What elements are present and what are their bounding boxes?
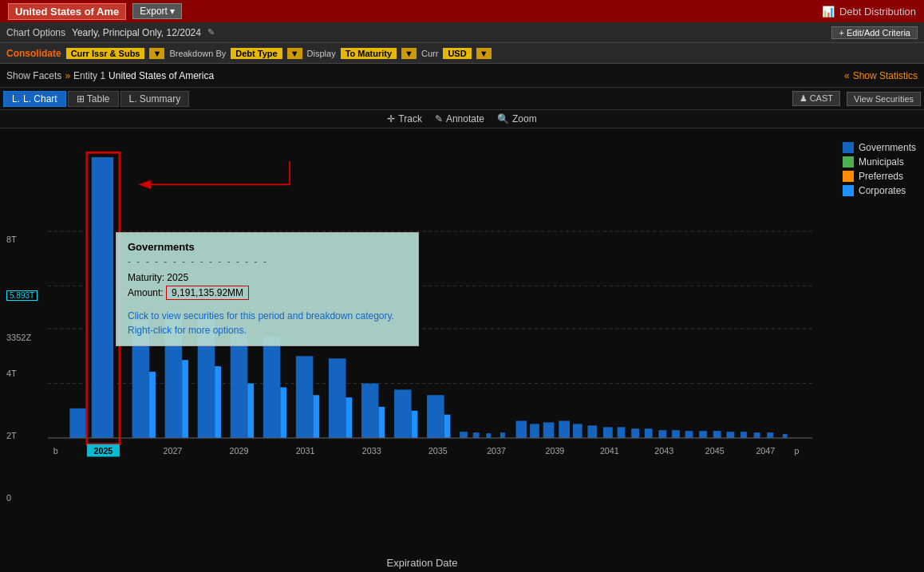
bar-2048[interactable] bbox=[631, 428, 639, 438]
bar-2040[interactable] bbox=[516, 421, 527, 439]
bar-2046[interactable] bbox=[603, 427, 613, 438]
y-label-3352z: 3352Z bbox=[6, 333, 31, 342]
display-dropdown-arrow[interactable]: ▼ bbox=[401, 48, 417, 59]
bar-2024[interactable] bbox=[69, 408, 87, 438]
bar-2029-corp[interactable] bbox=[247, 384, 254, 438]
bar-2031-gov[interactable] bbox=[296, 356, 314, 438]
bar-2035-corp[interactable] bbox=[444, 415, 451, 438]
facets-bar: Show Facets » Entity 1 United States of … bbox=[0, 64, 924, 88]
bar-2027-gov[interactable] bbox=[165, 312, 183, 438]
consolidate-bar: Consolidate Curr Issr & Subs ▼ Breakdown… bbox=[0, 43, 924, 64]
svg-text:2039: 2039 bbox=[545, 446, 564, 456]
bar-2026-gov[interactable] bbox=[132, 319, 150, 438]
svg-text:2043: 2043 bbox=[654, 446, 673, 456]
bar-2034-gov[interactable] bbox=[394, 389, 412, 438]
y-label-5893t: 5.893T bbox=[6, 290, 38, 300]
summary-tab-label: L. Summary bbox=[129, 93, 181, 105]
bar-2029-gov[interactable] bbox=[231, 335, 248, 438]
bar-2036[interactable] bbox=[460, 432, 468, 438]
svg-text:2047: 2047 bbox=[756, 446, 775, 456]
bar-2050[interactable] bbox=[658, 430, 666, 438]
bar-2032-gov[interactable] bbox=[329, 358, 346, 438]
y-label-0: 0 bbox=[6, 493, 11, 503]
bar-2051[interactable] bbox=[672, 430, 680, 438]
cast-button[interactable]: ♟ CAST bbox=[792, 91, 840, 106]
show-facets-label[interactable]: Show Facets bbox=[6, 70, 61, 81]
svg-text:2035: 2035 bbox=[428, 446, 448, 456]
annotate-button[interactable]: ✎ Annotate bbox=[435, 113, 484, 124]
bar-2037[interactable] bbox=[473, 432, 480, 438]
chart-tab-icon: L. bbox=[12, 93, 20, 105]
display-value[interactable]: To Maturity bbox=[341, 48, 397, 59]
breakdown-value[interactable]: Debt Type bbox=[231, 48, 282, 59]
bar-2033-corp[interactable] bbox=[378, 407, 385, 438]
tab-chart[interactable]: L. L. Chart bbox=[3, 91, 66, 107]
bar-2035-gov[interactable] bbox=[427, 395, 444, 438]
bar-2028-gov[interactable] bbox=[198, 318, 215, 439]
chart-svg: b 2026 2027 2029 2031 2033 2035 2037 203… bbox=[48, 128, 812, 506]
bar-2053[interactable] bbox=[699, 431, 707, 438]
bar-2045[interactable] bbox=[587, 425, 597, 438]
svg-text:2037: 2037 bbox=[487, 446, 506, 456]
bar-2034-corp[interactable] bbox=[412, 411, 418, 438]
bar-2055[interactable] bbox=[726, 432, 734, 438]
svg-text:2033: 2033 bbox=[362, 446, 381, 456]
bar-2052[interactable] bbox=[685, 431, 693, 438]
title-bar-right: 📊 Debt Distribution bbox=[822, 6, 916, 18]
title-bar-left: United States of Ame Export ▾ bbox=[8, 3, 182, 20]
export-button[interactable]: Export ▾ bbox=[132, 3, 182, 19]
bar-2057[interactable] bbox=[754, 432, 760, 438]
bar-2033-gov[interactable] bbox=[361, 384, 379, 438]
title-bar: United States of Ame Export ▾ 📊 Debt Dis… bbox=[0, 0, 924, 22]
track-button[interactable]: ✛ Track bbox=[387, 113, 422, 124]
chart-tab-label: L. Chart bbox=[23, 93, 57, 105]
bar-2054[interactable] bbox=[713, 431, 721, 438]
show-statistics-button[interactable]: « Show Statistics bbox=[844, 70, 918, 81]
bar-2030-gov[interactable] bbox=[263, 337, 281, 438]
bar-2038[interactable] bbox=[486, 433, 491, 438]
zoom-button[interactable]: 🔍 Zoom bbox=[497, 113, 537, 124]
entity-label[interactable]: United States of Ame bbox=[8, 3, 126, 20]
bar-2058[interactable] bbox=[767, 432, 773, 438]
window-title: Debt Distribution bbox=[839, 6, 916, 18]
curr-value[interactable]: USD bbox=[443, 48, 471, 59]
curr-dropdown-arrow[interactable]: ▼ bbox=[476, 48, 492, 59]
entity-name: United States of America bbox=[109, 70, 214, 81]
tabs-bar: L. L. Chart ⊞ Table L. Summary ♟ CAST Vi… bbox=[0, 88, 924, 110]
bar-2049[interactable] bbox=[645, 428, 653, 438]
tab-table[interactable]: ⊞ Table bbox=[68, 91, 119, 107]
bar-last[interactable] bbox=[783, 434, 788, 438]
annotate-label: Annotate bbox=[446, 113, 484, 124]
y-label-2t: 2T bbox=[6, 431, 17, 440]
bar-2031-corp[interactable] bbox=[313, 395, 319, 438]
bar-2047[interactable] bbox=[618, 427, 626, 438]
breakdown-dropdown-arrow[interactable]: ▼ bbox=[287, 48, 302, 59]
tab-right-actions: ♟ CAST View Securities bbox=[792, 91, 921, 106]
bar-2056[interactable] bbox=[740, 432, 747, 438]
y-label-4t: 4T bbox=[6, 369, 17, 378]
bar-2032-corp[interactable] bbox=[346, 397, 352, 438]
bar-2039[interactable] bbox=[500, 432, 505, 438]
bar-2025-gov[interactable] bbox=[92, 157, 113, 438]
bar-2028-corp[interactable] bbox=[215, 366, 221, 438]
bar-2027-corp[interactable] bbox=[182, 360, 188, 438]
table-tab-label: ⊞ Table bbox=[77, 93, 110, 105]
options-bar: Chart Options Yearly, Principal Only, 12… bbox=[0, 22, 924, 43]
bar-2044[interactable] bbox=[573, 424, 582, 438]
bar-2042[interactable] bbox=[543, 422, 555, 438]
bar-2041[interactable] bbox=[530, 424, 539, 438]
svg-text:p: p bbox=[794, 446, 799, 456]
view-securities-button[interactable]: View Securities bbox=[847, 92, 921, 106]
bar-2030-corp[interactable] bbox=[280, 387, 286, 438]
tab-summary[interactable]: L. Summary bbox=[120, 91, 190, 107]
consolidate-label: Consolidate bbox=[6, 48, 61, 59]
svg-text:2045: 2045 bbox=[705, 446, 725, 456]
pencil-icon[interactable]: ✎ bbox=[207, 27, 215, 37]
bar-2026-corp[interactable] bbox=[149, 372, 156, 438]
bar-2043[interactable] bbox=[559, 421, 570, 439]
display-label: Display bbox=[307, 49, 336, 58]
edit-criteria-button[interactable]: + Edit/Add Criteria bbox=[831, 26, 918, 39]
consolidate-dropdown-arrow[interactable]: ▼ bbox=[149, 48, 164, 59]
consolidate-dropdown[interactable]: Curr Issr & Subs bbox=[66, 48, 145, 59]
stats-label: Show Statistics bbox=[853, 70, 918, 81]
